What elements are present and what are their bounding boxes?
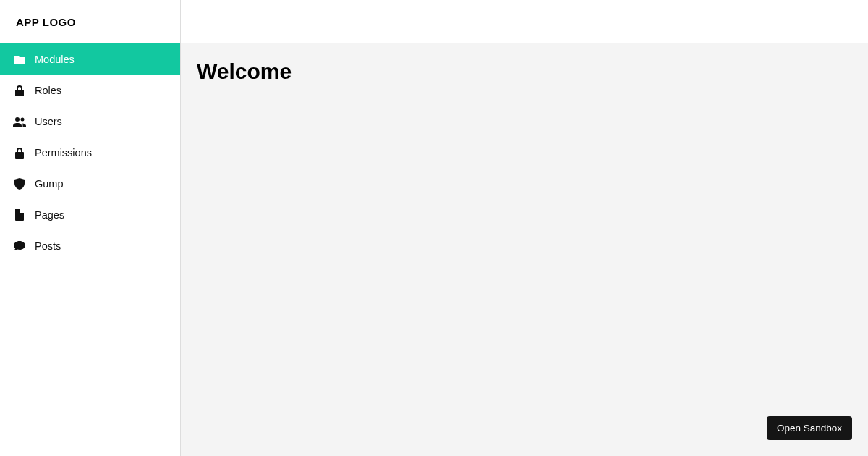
sidebar-item-label: Permissions [35, 147, 92, 159]
lock-icon [12, 147, 27, 159]
folder-icon [12, 54, 27, 64]
lock-icon [12, 85, 27, 96]
content: Welcome Open Sandbox [181, 43, 868, 456]
sidebar-item-label: Roles [35, 85, 61, 96]
shield-icon [12, 178, 27, 190]
users-icon [12, 117, 27, 127]
sidebar-item-permissions[interactable]: Permissions [0, 137, 180, 168]
open-sandbox-button[interactable]: Open Sandbox [767, 416, 852, 440]
sidebar: APP LOGO Modules Roles Users Permission [0, 0, 181, 456]
nav-list: Modules Roles Users Permissions Gump [0, 43, 180, 261]
sidebar-item-posts[interactable]: Posts [0, 230, 180, 261]
app-logo: APP LOGO [16, 16, 76, 28]
sidebar-item-pages[interactable]: Pages [0, 199, 180, 230]
main: Welcome Open Sandbox [181, 0, 868, 456]
sidebar-item-label: Modules [35, 54, 75, 65]
sidebar-item-gump[interactable]: Gump [0, 168, 180, 199]
sidebar-item-label: Pages [35, 209, 64, 221]
comment-icon [12, 241, 27, 251]
sidebar-item-label: Gump [35, 178, 64, 190]
sidebar-item-modules[interactable]: Modules [0, 43, 180, 75]
sidebar-item-label: Users [35, 116, 62, 127]
topbar [181, 0, 868, 43]
logo-area: APP LOGO [0, 0, 180, 43]
page-heading: Welcome [197, 59, 852, 84]
sidebar-item-users[interactable]: Users [0, 106, 180, 137]
file-icon [12, 209, 27, 221]
sidebar-item-roles[interactable]: Roles [0, 75, 180, 106]
sidebar-item-label: Posts [35, 240, 61, 252]
